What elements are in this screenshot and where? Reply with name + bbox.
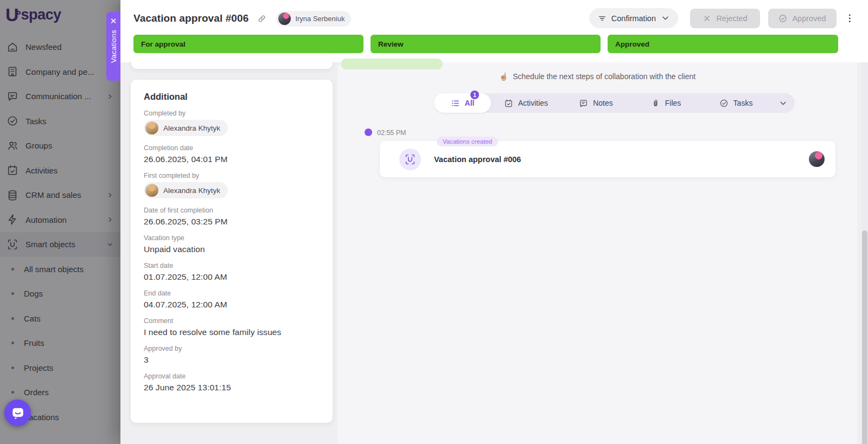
field-label: First completed by — [144, 172, 320, 179]
next-step-hint: ☝🏼 Schedule the next steps of collaborat… — [337, 72, 857, 81]
chevron-down-icon — [661, 14, 669, 22]
field-label: Completed by — [144, 110, 320, 117]
field-value: 04.07.2025, 12:00 AM — [144, 300, 320, 310]
field-value: 3 — [144, 355, 320, 365]
x-icon — [703, 14, 711, 23]
tabbar-expand-chevron[interactable] — [771, 99, 795, 107]
field-completed-by: Completed by Alexandra Khytyk — [144, 110, 320, 137]
drawer-scrollbar-track[interactable] — [861, 62, 868, 444]
assignee-chip[interactable]: Iryna Serbeniuk — [276, 11, 351, 27]
activity-feed-panel: ☝🏼 Schedule the next steps of collaborat… — [337, 62, 857, 444]
list-icon — [451, 99, 460, 108]
avatar — [809, 151, 825, 167]
event-body: Vacation approval #006 — [380, 141, 835, 177]
calendar-icon — [504, 99, 513, 108]
tab-tasks[interactable]: Tasks — [701, 93, 771, 113]
tab-files[interactable]: Files — [631, 93, 701, 113]
tab-all[interactable]: All 1 — [434, 93, 491, 113]
tab-label: Notes — [593, 99, 613, 107]
field-label: Date of first completion — [144, 207, 320, 214]
header-actions: Confirmation Rejected Approved ⋮ — [589, 8, 855, 28]
field-start-date: Start date 01.07.2025, 12:00 AM — [144, 262, 320, 282]
smart-object-icon — [399, 149, 421, 170]
stage-bar-review[interactable]: Review — [371, 35, 601, 53]
field-approved-by: Approved by 3 — [144, 345, 320, 365]
field-comment: Comment I need to resolve some family is… — [144, 317, 320, 337]
field-label: Approved by — [144, 345, 320, 352]
timeline-event-card[interactable]: Vacations created Vacation approval #006 — [380, 141, 835, 177]
tab-label: Activities — [518, 99, 548, 107]
field-value: 26.06.2025, 04:01 PM — [144, 155, 320, 164]
field-label: Comment — [144, 317, 320, 325]
additional-card: Additional Completed by Alexandra Khytyk… — [131, 80, 333, 423]
tab-notes[interactable]: Notes — [561, 93, 631, 113]
field-value: I need to resolve some family issues — [144, 327, 320, 337]
drawer-scrollbar-thumb[interactable] — [862, 230, 867, 444]
avatar — [145, 184, 158, 197]
field-value: 26 June 2025 13:01:15 — [144, 383, 320, 392]
page-title: Vacation approval #006 — [133, 12, 248, 24]
timeline-dot — [365, 128, 372, 136]
field-value: 01.07.2025, 12:00 AM — [144, 272, 320, 282]
tab-activities[interactable]: Activities — [491, 93, 561, 113]
vacation-detail-drawer: Vacation approval #006 Iryna Serbeniuk C… — [120, 0, 868, 444]
title-row: Vacation approval #006 Iryna Serbeniuk — [133, 9, 351, 28]
field-value: 26.06.2025, 03:25 PM — [144, 217, 320, 227]
user-name: Alexandra Khytyk — [163, 124, 220, 132]
field-vacation-type: Vacation type Unpaid vacation — [144, 234, 320, 254]
filter-icon — [598, 14, 607, 23]
drawer-tab-vacations[interactable]: ✕ Vacations — [106, 12, 120, 81]
field-completion-date: Completion date 26.06.2025, 04:01 PM — [144, 144, 320, 164]
approved-button-label: Approved — [792, 14, 826, 23]
approved-button[interactable]: Approved — [768, 9, 837, 28]
partially-hidden-toast — [341, 59, 443, 69]
stage-bar-approved[interactable]: Approved — [608, 35, 838, 53]
chat-launcher-button[interactable] — [4, 400, 31, 426]
rejected-button[interactable]: Rejected — [690, 9, 760, 28]
field-first-completed-by: First completed by Alexandra Khytyk — [144, 172, 320, 199]
close-icon[interactable]: ✕ — [110, 17, 117, 25]
field-value: Unpaid vacation — [144, 244, 320, 254]
tab-label: All — [465, 99, 475, 107]
modal-dim-overlay[interactable] — [0, 0, 120, 444]
rejected-button-label: Rejected — [716, 14, 747, 23]
stage-select-label: Confirmation — [611, 14, 656, 23]
feed-tabbar: All 1 Activities Notes Files — [434, 93, 795, 113]
chevron-down-icon — [779, 99, 787, 107]
copy-link-icon[interactable] — [257, 14, 266, 23]
avatar — [278, 12, 291, 25]
note-icon — [579, 99, 588, 108]
tab-badge: 1 — [470, 91, 479, 99]
user-chip[interactable]: Alexandra Khytyk — [144, 120, 228, 136]
drawer-tab-label: Vacations — [110, 30, 118, 63]
field-label: Vacation type — [144, 234, 320, 242]
assignee-name: Iryna Serbeniuk — [295, 15, 344, 23]
field-label: End date — [144, 289, 320, 297]
event-title: Vacation approval #006 — [434, 155, 809, 164]
kebab-menu-icon[interactable]: ⋮ — [844, 14, 855, 23]
drawer-header: Vacation approval #006 Iryna Serbeniuk C… — [120, 0, 868, 62]
stage-select[interactable]: Confirmation — [589, 8, 678, 28]
hint-text: Schedule the next steps of collaboration… — [513, 72, 695, 81]
chat-bubble-icon — [11, 406, 25, 420]
app-root: U spacy Newsfeed Company and pe... Commu… — [0, 0, 868, 444]
field-approval-date: Approval date 26 June 2025 13:01:15 — [144, 372, 320, 392]
stage-bar-label: For approval — [141, 40, 186, 48]
stage-bar-label: Approved — [615, 40, 649, 48]
field-label: Completion date — [144, 144, 320, 152]
partially-scrolled-card — [131, 56, 333, 69]
paperclip-icon — [651, 99, 660, 108]
user-name: Alexandra Khytyk — [163, 186, 220, 195]
tab-label: Files — [665, 99, 681, 107]
stage-bar-for-approval[interactable]: For approval — [133, 35, 363, 53]
stage-bar-label: Review — [378, 40, 404, 48]
field-date-of-first-completion: Date of first completion 26.06.2025, 03:… — [144, 207, 320, 227]
pointing-finger-emoji: ☝🏼 — [499, 72, 508, 81]
user-chip[interactable]: Alexandra Khytyk — [144, 182, 228, 198]
drawer-content: Additional Completed by Alexandra Khytyk… — [120, 62, 868, 444]
field-label: Approval date — [144, 372, 320, 380]
avatar — [145, 121, 158, 134]
check-circle-icon — [719, 99, 729, 108]
card-title: Additional — [144, 92, 320, 102]
field-label: Start date — [144, 262, 320, 269]
